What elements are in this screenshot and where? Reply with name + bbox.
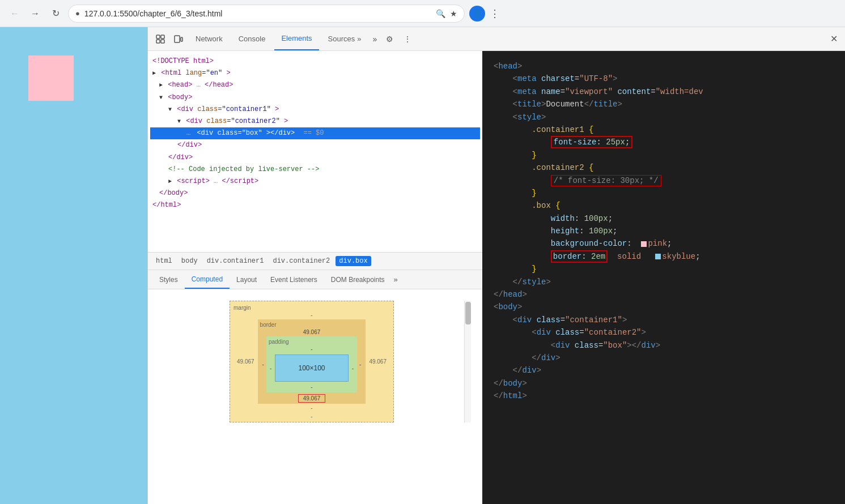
devtools-main: <!DOCTYPE html> ► <html lang="en" > ► <h… (148, 51, 845, 504)
breadcrumb-container2[interactable]: div.container2 (269, 256, 333, 266)
style-tabs: Styles Computed Layout Event Listeners D… (148, 270, 482, 289)
content-dimensions: 100×100 (298, 364, 325, 372)
src-line-21: <div class="container1"> (494, 314, 834, 326)
source-code-panel: <head> <meta charset="UTF-8"> <meta name… (482, 51, 845, 504)
tab-layout[interactable]: Layout (230, 270, 264, 289)
breadcrumb-box[interactable]: div.box (336, 256, 371, 266)
src-line-25: </div> (494, 364, 834, 377)
ellipsis-indicator: … (186, 129, 190, 137)
src-line-19: </head> (494, 288, 834, 301)
src-line-12: .box { (494, 199, 834, 212)
preview-box (17, 44, 85, 112)
search-icon: 🔍 (436, 9, 445, 18)
border-bottom-val: 49.067 (298, 394, 326, 403)
dom-panel: <!DOCTYPE html> ► <html lang="en" > ► <h… (148, 51, 482, 252)
browser-window: ← → ↻ ● 127.0.0.1:5500/chapter_6/6_3/tes… (0, 0, 845, 504)
dom-doctype: <!DOCTYPE html> (150, 55, 480, 67)
profile-icon: 👤 (469, 6, 485, 22)
svg-rect-4 (175, 36, 180, 42)
dom-body-close: </body> (150, 187, 480, 199)
padding-label: padding (269, 339, 355, 345)
collapse-script-icon[interactable]: ► (168, 178, 172, 185)
src-line-24: </div> (494, 352, 834, 364)
padding-right-val: - (351, 352, 355, 384)
settings-button[interactable]: ⚙ (381, 31, 397, 47)
src-line-1: <head> (494, 60, 834, 72)
border-top-val: 49.067 (260, 329, 364, 335)
more-style-tabs-icon: » (394, 275, 398, 284)
border-left-val: - (260, 336, 266, 392)
more-options-button[interactable]: ⋮ (400, 31, 415, 47)
margin-label: margin (233, 305, 390, 311)
src-line-17: } (494, 263, 834, 275)
tab-network[interactable]: Network (189, 27, 230, 50)
src-line-5: <style> (494, 111, 834, 123)
url-text: 127.0.0.1:5500/chapter_6/6_3/test.html (84, 9, 223, 18)
src-line-8: } (494, 149, 834, 161)
forward-button[interactable]: → (27, 6, 43, 22)
collapse-head-icon[interactable]: ► (159, 82, 163, 88)
dom-container2: ▼ <div class="container2" > (150, 116, 480, 127)
breadcrumb-body[interactable]: body (178, 256, 201, 266)
src-line-3: <meta name="viewport" content="width=dev (494, 86, 834, 98)
padding-left-val: - (269, 352, 273, 384)
svg-rect-0 (156, 35, 160, 39)
tab-elements[interactable]: Elements (274, 27, 319, 50)
tab-sources[interactable]: Sources » (321, 27, 368, 50)
src-line-20: <body> (494, 301, 834, 313)
src-line-2: <meta charset="UTF-8"> (494, 72, 834, 85)
close-devtools-button[interactable]: ✕ (827, 32, 840, 46)
dom-html: ► <html lang="en" > (150, 67, 480, 79)
margin-bottom-val: - (233, 405, 390, 411)
bookmark-icon: ★ (450, 9, 457, 18)
dom-container1: ▼ <div class="container1" > (150, 104, 480, 116)
webpage-preview (0, 27, 147, 504)
inspect-element-button[interactable] (152, 31, 168, 47)
src-line-16: border: 2em solid skyblue; (494, 250, 834, 263)
svg-rect-2 (156, 40, 160, 43)
padding-top-val: - (269, 346, 355, 352)
src-line-26: </body> (494, 377, 834, 390)
devtools-panel: Network Console Elements Sources » » ⚙ ⋮… (147, 27, 845, 504)
reload-button[interactable]: ↻ (48, 6, 63, 22)
collapse-html-icon[interactable]: ► (152, 70, 156, 76)
menu-icon[interactable]: ⋮ (490, 7, 500, 20)
src-line-11: } (494, 187, 834, 199)
scrollbar[interactable] (464, 301, 471, 422)
svg-rect-5 (181, 37, 182, 41)
tab-computed[interactable]: Computed (185, 270, 230, 289)
src-line-15: background-color: pink; (494, 237, 834, 250)
devtools-toolbar: Network Console Elements Sources » » ⚙ ⋮… (148, 27, 845, 51)
back-button[interactable]: ← (7, 6, 23, 22)
margin-bottom-dash: - (230, 411, 393, 422)
tab-console[interactable]: Console (232, 27, 273, 50)
border-right-val: - (357, 336, 363, 392)
collapse-body-icon[interactable]: ▼ (159, 95, 163, 101)
breadcrumb-container1[interactable]: div.container1 (203, 256, 267, 266)
padding-bottom-val: - (269, 384, 355, 390)
src-line-9: .container2 { (494, 161, 834, 174)
src-line-10: /* font-size: 30px; */ (494, 174, 834, 187)
src-line-13: width: 100px; (494, 212, 834, 225)
dom-container2-close: </div> (150, 139, 480, 151)
svg-rect-3 (161, 40, 164, 43)
breadcrumb-html[interactable]: html (152, 256, 176, 266)
more-tabs-icon: » (373, 35, 377, 44)
dom-box-selected[interactable]: … <div class="box" ></div> == $0 (150, 127, 480, 139)
devtools-left: <!DOCTYPE html> ► <html lang="en" > ► <h… (148, 51, 482, 504)
tab-event-listeners[interactable]: Event Listeners (264, 270, 324, 289)
collapse-container2-icon[interactable]: ▼ (177, 118, 181, 125)
src-line-22: <div class="container2"> (494, 326, 834, 339)
tab-styles[interactable]: Styles (152, 270, 185, 289)
src-line-27: </html> (494, 390, 834, 402)
dom-html-close: </html> (150, 199, 480, 211)
content-box: 100×100 (275, 354, 348, 382)
tab-dom-breakpoints[interactable]: DOM Breakpoints (324, 270, 392, 289)
device-toolbar-button[interactable] (171, 31, 186, 47)
collapse-container1-icon[interactable]: ▼ (168, 106, 172, 113)
address-bar[interactable]: ● 127.0.0.1:5500/chapter_6/6_3/test.html… (68, 5, 465, 23)
margin-right-val: 49.067 (366, 319, 390, 404)
chevron-right-icon: » (357, 35, 361, 43)
dom-script: ► <script> … </script> (150, 176, 480, 187)
dom-live-server-comment: <!-- Code injected by live-server --> (150, 164, 480, 176)
